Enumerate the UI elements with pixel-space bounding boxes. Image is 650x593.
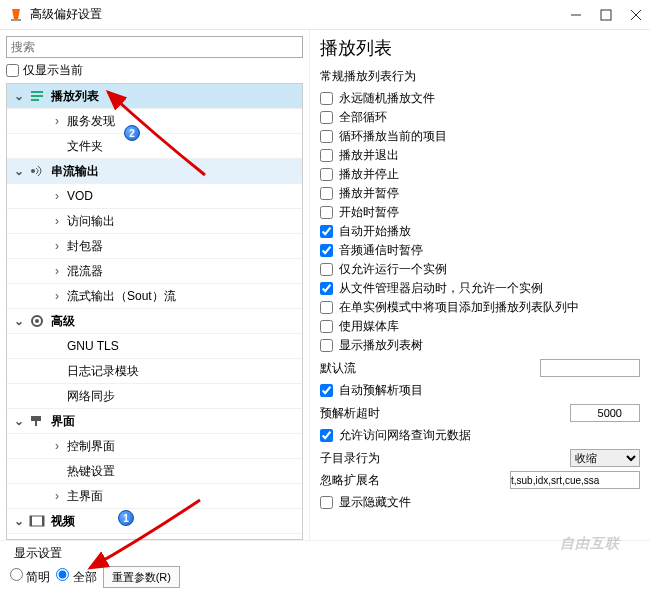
chevron-right-icon: › bbox=[51, 539, 63, 540]
preparse-timeout-input[interactable] bbox=[570, 404, 640, 422]
tree-item[interactable]: ›滤镜 bbox=[7, 534, 302, 540]
video-icon bbox=[29, 513, 45, 529]
tree-item[interactable]: 文件夹 bbox=[7, 134, 302, 159]
app-icon bbox=[8, 7, 24, 23]
tree-item[interactable]: 网络同步 bbox=[7, 384, 302, 409]
svg-point-8 bbox=[31, 169, 35, 173]
chevron-right-icon: › bbox=[51, 439, 63, 453]
reset-button[interactable]: 重置参数(R) bbox=[103, 566, 180, 588]
chevron-right-icon: › bbox=[51, 489, 63, 503]
tree-item[interactable]: GNU TLS bbox=[7, 334, 302, 359]
main-area: 仅显示当前 ⌄ 播放列表 ›服务发现 文件夹 ⌄ 串流输出 ›VOD ›访问输出… bbox=[0, 30, 650, 540]
titlebar: 高级偏好设置 bbox=[0, 0, 650, 30]
right-panel: 播放列表 常规播放列表行为 永远随机播放文件 全部循环 循环播放当前的项目 播放… bbox=[310, 30, 650, 540]
radio-all[interactable]: 全部 bbox=[56, 568, 96, 586]
opt-autostart[interactable]: 自动开始播放 bbox=[320, 222, 640, 241]
opt-allow-meta[interactable]: 允许访问网络查询元数据 bbox=[320, 426, 640, 445]
settings-tree[interactable]: ⌄ 播放列表 ›服务发现 文件夹 ⌄ 串流输出 ›VOD ›访问输出 ›封包器 … bbox=[6, 83, 303, 540]
chevron-right-icon: › bbox=[51, 114, 63, 128]
subdir-select[interactable]: 收缩 bbox=[570, 449, 640, 467]
left-panel: 仅显示当前 ⌄ 播放列表 ›服务发现 文件夹 ⌄ 串流输出 ›VOD ›访问输出… bbox=[0, 30, 310, 540]
maximize-button[interactable] bbox=[600, 9, 612, 21]
opt-random[interactable]: 永远随机播放文件 bbox=[320, 89, 640, 108]
tree-item[interactable]: 日志记录模块 bbox=[7, 359, 302, 384]
chevron-right-icon: › bbox=[51, 214, 63, 228]
opt-loop-current[interactable]: 循环播放当前的项目 bbox=[320, 127, 640, 146]
tree-stream-output[interactable]: ⌄ 串流输出 bbox=[7, 159, 302, 184]
opt-play-exit[interactable]: 播放并退出 bbox=[320, 146, 640, 165]
panel-title: 播放列表 bbox=[320, 36, 640, 60]
opt-play-pause[interactable]: 播放并暂停 bbox=[320, 184, 640, 203]
chevron-right-icon: › bbox=[51, 289, 63, 303]
opt-show-hidden[interactable]: 显示隐藏文件 bbox=[320, 493, 640, 512]
chevron-down-icon: ⌄ bbox=[13, 314, 25, 328]
chevron-right-icon: › bbox=[51, 189, 63, 203]
tree-item[interactable]: ›主界面 bbox=[7, 484, 302, 509]
field-preparse-timeout: 预解析超时 bbox=[320, 404, 640, 422]
default-stream-input[interactable] bbox=[540, 359, 640, 377]
svg-rect-14 bbox=[30, 516, 32, 526]
chevron-down-icon: ⌄ bbox=[13, 414, 25, 428]
gear-icon bbox=[29, 313, 45, 329]
brush-icon bbox=[29, 413, 45, 429]
opt-playlist-tree[interactable]: 显示播放列表树 bbox=[320, 336, 640, 355]
opt-play-stop[interactable]: 播放并停止 bbox=[320, 165, 640, 184]
show-settings-label: 显示设置 bbox=[14, 545, 640, 562]
opt-enqueue[interactable]: 在单实例模式中将项目添加到播放列表队列中 bbox=[320, 298, 640, 317]
tree-item[interactable]: ›VOD bbox=[7, 184, 302, 209]
opt-auto-preparse[interactable]: 自动预解析项目 bbox=[320, 381, 640, 400]
chevron-down-icon: ⌄ bbox=[13, 164, 25, 178]
close-button[interactable] bbox=[630, 9, 642, 21]
annotation-badge-1: 1 bbox=[118, 510, 134, 526]
svg-rect-11 bbox=[31, 416, 41, 421]
playlist-icon bbox=[29, 88, 45, 104]
field-subdir: 子目录行为 收缩 bbox=[320, 449, 640, 467]
minimize-button[interactable] bbox=[570, 9, 582, 21]
section-label: 常规播放列表行为 bbox=[320, 68, 640, 85]
tree-item[interactable]: 热键设置 bbox=[7, 459, 302, 484]
tree-item[interactable]: ›访问输出 bbox=[7, 209, 302, 234]
svg-rect-2 bbox=[601, 10, 611, 20]
chevron-right-icon: › bbox=[51, 239, 63, 253]
opt-single-from-fm[interactable]: 从文件管理器启动时，只允许一个实例 bbox=[320, 279, 640, 298]
opt-media-lib[interactable]: 使用媒体库 bbox=[320, 317, 640, 336]
tree-item[interactable]: ›控制界面 bbox=[7, 434, 302, 459]
bottom-bar: 显示设置 简明 全部 重置参数(R) bbox=[0, 540, 650, 590]
search-input[interactable] bbox=[6, 36, 303, 58]
opt-loop-all[interactable]: 全部循环 bbox=[320, 108, 640, 127]
chevron-down-icon: ⌄ bbox=[13, 89, 25, 103]
tree-video[interactable]: ⌄ 视频 bbox=[7, 509, 302, 534]
tree-item[interactable]: ›混流器 bbox=[7, 259, 302, 284]
tree-advanced[interactable]: ⌄ 高级 bbox=[7, 309, 302, 334]
svg-rect-15 bbox=[42, 516, 44, 526]
svg-rect-12 bbox=[35, 421, 37, 426]
window-title: 高级偏好设置 bbox=[30, 6, 570, 23]
opt-start-paused[interactable]: 开始时暂停 bbox=[320, 203, 640, 222]
chevron-down-icon: ⌄ bbox=[13, 514, 25, 528]
tree-interface[interactable]: ⌄ 界面 bbox=[7, 409, 302, 434]
svg-rect-0 bbox=[11, 19, 21, 21]
radio-simple[interactable]: 简明 bbox=[10, 568, 50, 586]
tree-item[interactable]: ›服务发现 bbox=[7, 109, 302, 134]
annotation-badge-2: 2 bbox=[124, 125, 140, 141]
only-current-label: 仅显示当前 bbox=[23, 62, 83, 79]
chevron-right-icon: › bbox=[51, 264, 63, 278]
opt-single-instance[interactable]: 仅允许运行一个实例 bbox=[320, 260, 640, 279]
tree-item[interactable]: ›封包器 bbox=[7, 234, 302, 259]
tree-playlist[interactable]: ⌄ 播放列表 bbox=[7, 84, 302, 109]
svg-rect-13 bbox=[30, 516, 44, 526]
stream-icon bbox=[29, 163, 45, 179]
field-ignore-ext: 忽略扩展名 bbox=[320, 471, 640, 489]
ignore-ext-input[interactable] bbox=[510, 471, 640, 489]
only-current-checkbox[interactable] bbox=[6, 64, 19, 77]
opt-pause-audio-comm[interactable]: 音频通信时暂停 bbox=[320, 241, 640, 260]
svg-point-10 bbox=[35, 319, 39, 323]
only-show-current[interactable]: 仅显示当前 bbox=[6, 62, 303, 79]
watermark: 自由互联 bbox=[560, 535, 620, 553]
field-default-stream: 默认流 bbox=[320, 359, 640, 377]
tree-item[interactable]: ›流式输出（Sout）流 bbox=[7, 284, 302, 309]
